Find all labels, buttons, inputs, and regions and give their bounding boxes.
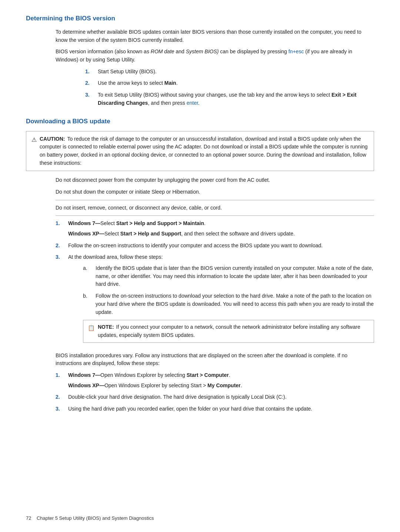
step-3-text-end: .	[198, 100, 200, 106]
win7-end-1: .	[204, 220, 206, 226]
download-step-3: 3. At the download area, follow these st…	[56, 253, 374, 346]
sub-step-b: b. Follow the on-screen instructions to …	[83, 292, 374, 316]
sub-step-b-let: b.	[83, 292, 93, 300]
step-3-text-mid: , and then press	[148, 100, 186, 106]
para2-italic1: ROM date	[151, 48, 174, 54]
step-1-content: Start Setup Utility (BIOS).	[98, 68, 374, 76]
install-winxp-bold2: My Computer	[207, 382, 240, 388]
step-3-num: 3.	[85, 91, 96, 99]
install-winxp-text: Open Windows Explorer by selecting Start…	[104, 382, 207, 388]
win7-label-1: Windows 7—	[68, 220, 100, 226]
warning-lines: Do not disconnect power from the compute…	[56, 176, 374, 216]
para2-end: can be displayed by pressing	[219, 48, 288, 54]
winxp-end-1: , and then select the software and drive…	[181, 231, 295, 237]
chapter-label: Chapter 5 Setup Utility (BIOS) and Syste…	[37, 515, 154, 521]
winxp-label-1: Windows XP—	[68, 231, 104, 237]
note-icon: 📋	[88, 324, 95, 332]
winxp-text-1: Select	[104, 231, 120, 237]
caution-text: To reduce the risk of damage to the comp…	[40, 136, 368, 166]
divider-1	[56, 200, 374, 200]
install-step-3-num: 3.	[56, 405, 66, 413]
download-step-3-content: At the download area, follow these steps…	[68, 253, 374, 346]
install-step-1-num: 1.	[56, 371, 66, 379]
sub-steps: a. Identify the BIOS update that is late…	[83, 264, 374, 316]
note-box: 📋 NOTE:If you connect your computer to a…	[83, 320, 374, 342]
step-2: 2. Use the arrow keys to select Main.	[85, 79, 374, 87]
page-number: 72	[26, 515, 31, 521]
section-title-bios-download: Downloading a BIOS update	[26, 118, 374, 127]
para2-mid: and	[174, 48, 186, 54]
fn-esc-link[interactable]: fn+esc	[289, 48, 304, 54]
note-content: NOTE:If you connect your computer to a n…	[98, 323, 369, 339]
para2-italic2: System BIOS)	[186, 48, 219, 54]
enter-link[interactable]: enter	[187, 100, 198, 106]
install-steps: 1. Windows 7—Open Windows Explorer by se…	[56, 371, 374, 413]
bios-version-para2: BIOS version information (also known as …	[56, 48, 374, 64]
section-bios-version: Determining the BIOS version To determin…	[26, 15, 374, 107]
install-winxp-sub: Windows XP—Open Windows Explorer by sele…	[68, 382, 374, 390]
download-step-1-content: Windows 7—Select Start > Help and Suppor…	[68, 220, 374, 238]
install-step-3: 3. Using the hard drive path you recorde…	[56, 405, 374, 413]
sub-step-a-content: Identify the BIOS update that is later t…	[96, 264, 374, 288]
caution-icon: ⚠	[31, 135, 37, 145]
step-2-content: Use the arrow keys to select Main.	[98, 79, 374, 87]
install-step-2: 2. Double-click your hard drive designat…	[56, 393, 374, 401]
warning-line-3: Do not insert, remove, connect, or disco…	[56, 204, 374, 212]
download-step-2-content: Follow the on-screen instructions to ide…	[68, 242, 374, 250]
install-win7-text: Open Windows Explorer by selecting	[100, 372, 187, 378]
download-step-2: 2. Follow the on-screen instructions to …	[56, 242, 374, 250]
install-para: BIOS installation procedures vary. Follo…	[56, 352, 374, 368]
winxp-sub-1: Windows XP—Select Start > Help and Suppo…	[68, 230, 374, 238]
install-step-2-content: Double-click your hard drive designation…	[68, 393, 374, 401]
step-3-content: To exit Setup Utility (BIOS) without sav…	[98, 91, 374, 107]
sub-step-a-let: a.	[83, 264, 93, 272]
winxp-bold2-1: Start > Help and Support	[120, 231, 181, 237]
page-footer: 72 Chapter 5 Setup Utility (BIOS) and Sy…	[26, 515, 154, 521]
step-2-num: 2.	[85, 79, 96, 87]
win7-text-1: Select	[100, 220, 116, 226]
install-step-1: 1. Windows 7—Open Windows Explorer by se…	[56, 371, 374, 389]
install-step-2-num: 2.	[56, 393, 66, 401]
install-win7-end: .	[229, 372, 230, 378]
caution-label: CAUTION:	[40, 136, 65, 142]
step-3: 3. To exit Setup Utility (BIOS) without …	[85, 91, 374, 107]
step-2-text-end: .	[176, 80, 178, 86]
caution-content: CAUTION:To reduce the risk of damage to …	[40, 135, 369, 167]
download-step-1-num: 1.	[56, 220, 66, 228]
download-step-1: 1. Windows 7—Select Start > Help and Sup…	[56, 220, 374, 238]
warning-line-1: Do not disconnect power from the compute…	[56, 176, 374, 184]
download-steps: 1. Windows 7—Select Start > Help and Sup…	[56, 220, 374, 346]
install-step-3-content: Using the hard drive path you recorded e…	[68, 405, 374, 413]
download-step-2-num: 2.	[56, 242, 66, 250]
download-step-3-text: At the download area, follow these steps…	[68, 254, 163, 260]
para2-start: BIOS version information (also known as	[56, 48, 151, 54]
step-2-bold: Main	[164, 80, 176, 86]
step-1: 1. Start Setup Utility (BIOS).	[85, 68, 374, 76]
caution-box: ⚠ CAUTION:To reduce the risk of damage t…	[26, 131, 374, 171]
note-text: If you connect your computer to a networ…	[98, 324, 360, 338]
download-step-3-num: 3.	[56, 253, 66, 261]
install-win7-bold2: Start > Computer	[187, 372, 229, 378]
win7-bold2-1: Start > Help and Support > Maintain	[116, 220, 204, 226]
install-step-1-content: Windows 7—Open Windows Explorer by selec…	[68, 371, 374, 389]
step-2-text-start: Use the arrow keys to select	[98, 80, 164, 86]
sub-step-a: a. Identify the BIOS update that is late…	[83, 264, 374, 288]
section1-steps: 1. Start Setup Utility (BIOS). 2. Use th…	[85, 68, 374, 107]
section-title-bios-version: Determining the BIOS version	[26, 15, 374, 24]
note-label: NOTE:	[98, 324, 114, 330]
warning-line-2: Do not shut down the computer or initiat…	[56, 188, 374, 196]
install-winxp-end: .	[241, 382, 242, 388]
install-winxp-label: Windows XP—	[68, 382, 104, 388]
section-bios-download: Downloading a BIOS update ⚠ CAUTION:To r…	[26, 118, 374, 413]
bios-version-para1: To determine whether available BIOS upda…	[56, 28, 374, 44]
step-1-num: 1.	[85, 68, 96, 76]
step-3-text-start: To exit Setup Utility (BIOS) without sav…	[98, 92, 331, 98]
sub-step-b-content: Follow the on-screen instructions to dow…	[96, 292, 374, 316]
install-win7-label: Windows 7—	[68, 372, 100, 378]
divider-2	[56, 215, 374, 216]
